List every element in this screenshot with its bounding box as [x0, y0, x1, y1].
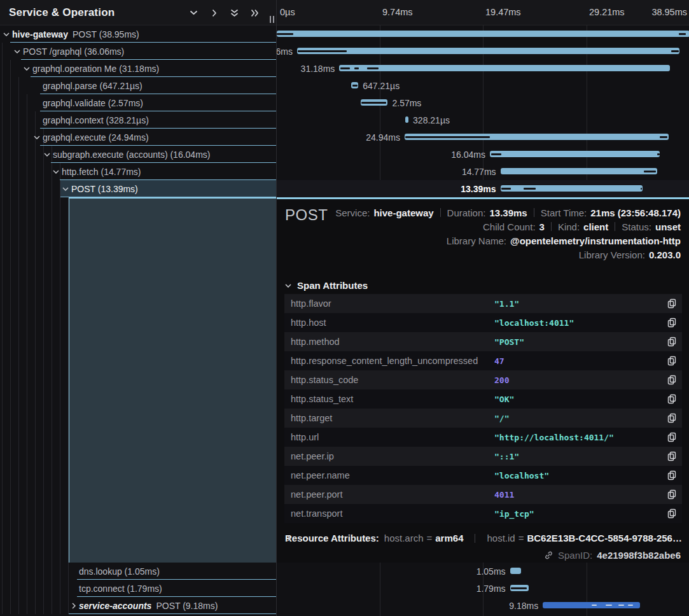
duration-label: 36.06ms — [276, 46, 293, 57]
tree-row[interactable]: subgraph.execute (accounts) (16.04ms) — [0, 146, 276, 163]
tree-row[interactable]: graphql.validate (2.57ms) — [0, 94, 276, 111]
duration-label: 9.18ms — [509, 601, 538, 611]
duration-label: 328.21µs — [413, 115, 450, 125]
indent-guide — [43, 129, 44, 614]
chevron-right-icon[interactable] — [70, 602, 78, 610]
panel-resize-handle[interactable] — [270, 16, 274, 23]
span-bar[interactable] — [277, 31, 689, 37]
attribute-row: net.transport"ip_tcp" — [284, 504, 682, 523]
attribute-value: "localhost" — [494, 471, 549, 480]
operation-label: graphql.parse (647.21µs) — [43, 81, 143, 91]
copy-icon[interactable] — [667, 451, 676, 461]
tree-row[interactable]: tcp.connect (1.79ms) — [0, 580, 276, 597]
copy-icon[interactable] — [667, 375, 676, 385]
time-tick: 9.74ms — [382, 7, 413, 17]
span-bar[interactable] — [405, 116, 408, 123]
resource-value: arm64 — [435, 533, 463, 543]
copy-icon[interactable] — [667, 394, 676, 404]
operation-label: graphql.execute (24.94ms) — [43, 132, 149, 143]
attribute-key: net.peer.ip — [284, 451, 494, 461]
collapse-one-icon[interactable] — [189, 8, 198, 18]
resource-attributes-row[interactable]: Resource Attributes: host.arch=arm64 hos… — [285, 533, 682, 543]
chevron-down-icon[interactable] — [33, 134, 41, 141]
tree-row-selected[interactable]: POST (13.39ms) — [0, 180, 276, 197]
attributes-table: http.flavor"1.1" http.host"localhost:401… — [284, 294, 682, 523]
timeline-header: 0µs 9.74ms 19.47ms 29.21ms 38.95ms — [277, 0, 689, 25]
chevron-down-icon[interactable] — [3, 31, 10, 38]
resource-key: host.id — [487, 533, 515, 543]
span-bar[interactable] — [510, 568, 521, 574]
attribute-value: 47 — [494, 356, 505, 366]
duration-label: 647.21µs — [363, 81, 400, 91]
operation-label: POST (9.18ms) — [156, 601, 218, 611]
attribute-value: "POST" — [494, 337, 524, 347]
link-icon[interactable] — [544, 550, 553, 560]
span-bar[interactable] — [490, 151, 660, 157]
duration-label: 2.57ms — [392, 98, 421, 108]
chevron-down-icon[interactable] — [43, 151, 51, 158]
attribute-key: http.url — [284, 432, 494, 442]
collapse-all-icon[interactable] — [230, 8, 239, 18]
operation-label: subgraph.execute (accounts) (16.04ms) — [53, 150, 210, 160]
meta-value: 13.39ms — [489, 207, 527, 218]
copy-icon[interactable] — [667, 356, 676, 366]
timeline-row: 328.21µs — [277, 111, 689, 129]
span-bar[interactable] — [361, 99, 388, 106]
span-bar[interactable] — [510, 585, 529, 591]
copy-icon[interactable] — [667, 470, 676, 480]
tree-row[interactable]: graphql.operation Me (31.18ms) — [0, 60, 276, 77]
copy-icon[interactable] — [667, 298, 676, 309]
attribute-value: "1.1" — [494, 299, 519, 309]
attribute-value: "/" — [494, 414, 509, 423]
duration-label: 1.05ms — [477, 566, 506, 577]
copy-icon[interactable] — [667, 337, 676, 347]
tree-row[interactable]: dns.lookup (1.05ms) — [0, 563, 276, 580]
span-id-label: SpanID: — [558, 550, 592, 561]
chevron-down-icon[interactable] — [62, 185, 69, 193]
resource-pair: host.id=BC62E13B-C4CC-5854-9788-256… — [487, 533, 681, 543]
operation-label: http.fetch (14.77ms) — [62, 167, 141, 177]
span-bar[interactable] — [339, 65, 670, 71]
span-bar[interactable] — [405, 134, 669, 140]
meta-value: unset — [655, 221, 681, 232]
expand-all-icon[interactable] — [250, 8, 260, 18]
timeline-row: 2.57ms — [277, 94, 689, 111]
meta-divider — [615, 222, 615, 231]
tree-row[interactable]: http.fetch (14.77ms) — [0, 163, 276, 180]
copy-icon[interactable] — [667, 413, 676, 423]
tree-row[interactable]: graphql.context (328.21µs) — [0, 111, 276, 129]
attribute-row: http.method"POST" — [284, 332, 682, 351]
expand-one-icon[interactable] — [209, 8, 219, 18]
chevron-down-icon[interactable] — [52, 168, 60, 176]
copy-icon[interactable] — [667, 432, 676, 442]
meta-value: 21ms (23:56:48.174) — [590, 207, 681, 218]
span-bar[interactable] — [501, 168, 657, 174]
tree-row[interactable]: graphql.execute (24.94ms) — [0, 129, 276, 146]
timeline-row: 31.18ms — [277, 60, 689, 77]
span-attributes-header[interactable]: Span Attributes — [284, 280, 368, 291]
tree-row[interactable]: hive-gateway POST (38.95ms) — [0, 25, 276, 43]
copy-icon[interactable] — [667, 489, 676, 500]
tree-row[interactable]: POST /graphql (36.06ms) — [0, 43, 276, 60]
equals-sign: = — [518, 533, 524, 543]
chevron-down-icon[interactable] — [13, 48, 21, 55]
tree-row[interactable]: graphql.parse (647.21µs) — [0, 77, 276, 94]
span-bar[interactable] — [297, 48, 679, 54]
span-bar[interactable] — [351, 82, 358, 88]
tree-header-icons — [189, 0, 260, 25]
copy-icon[interactable] — [667, 508, 676, 519]
span-bar[interactable] — [543, 602, 640, 608]
copy-icon[interactable] — [667, 318, 676, 328]
attribute-row: http.url"http://localhost:4011/" — [284, 428, 682, 447]
duration-label: 31.18ms — [301, 64, 335, 74]
timeline-row: 1.05ms — [277, 563, 689, 580]
duration-label: 16.04ms — [451, 150, 485, 160]
span-bar[interactable] — [501, 185, 643, 192]
tree-row[interactable]: service-accounts POST (9.18ms) — [0, 597, 276, 614]
indent-guide — [60, 163, 60, 614]
timeline-row: 36.06ms — [277, 43, 689, 60]
attribute-row: http.host"localhost:4011" — [284, 313, 682, 332]
trace-viewer: Service & Operation hive-gateway — [0, 0, 689, 616]
meta-value: 3 — [539, 221, 545, 232]
chevron-down-icon[interactable] — [23, 65, 31, 73]
